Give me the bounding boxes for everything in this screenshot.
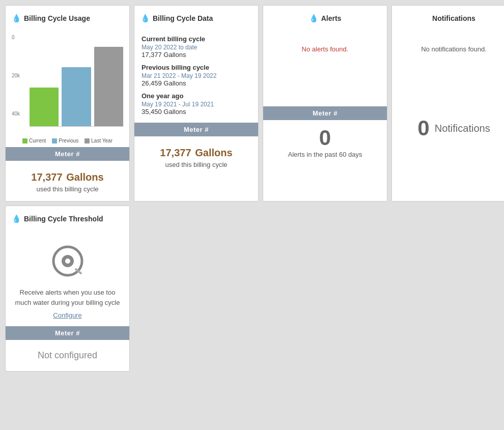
billing-threshold-card: 💧 Billing Cycle Threshold Receive alerts… [5,206,130,371]
notifications-card: Notifications No notifications found. 0 … [391,5,504,202]
legend-current: Current [22,138,46,144]
bar-lastyear [94,47,123,127]
section-current-label: Current billing cycle [142,35,251,43]
notif-content: No notifications found. [392,30,504,106]
billing-usage-meter-value: 17,377 Gallons used this billing cycle [6,161,129,201]
notif-big-number: 0 [417,118,429,139]
section-previous-date: Mar 21 2022 - May 19 2022 [142,72,251,79]
no-notif-text: No notifications found. [421,45,487,53]
legend-previous: Previous [52,138,78,144]
alerts-big-number: 0 [269,127,381,149]
notifications-header: Notifications [392,6,504,30]
threshold-description: Receive alerts when you use too much wat… [12,288,123,307]
billing-usage-sub-text: used this billing cycle [12,185,123,193]
chart-legend: Current Previous Last Year [12,138,123,145]
water-drop-icon: 💧 [12,14,21,23]
billing-data-content: Current billing cycle May 20 2022 to dat… [134,30,258,123]
notif-meter-value: 0 Notifications [392,106,504,150]
y-label-40k: 40k [12,111,20,117]
billing-cycle-data-header: 💧 Billing Cycle Data [134,6,258,30]
alerts-header: 💧 Alerts [263,6,387,30]
legend-lastyear: Last Year [85,138,113,144]
y-label-0: 0 [12,35,20,40]
chart-container: 40k 20k 0 [12,35,123,137]
billing-usage-meter-bar: Meter # [6,147,129,161]
water-drop-icon-2: 💧 [141,14,150,23]
alerts-meter-value: 0 Alerts in the past 60 days [263,120,387,166]
billing-cycle-usage-title: Billing Cycle Usage [24,14,90,22]
billing-cycle-data-title: Billing Cycle Data [153,14,213,22]
section-year-date: May 19 2021 - Jul 19 2021 [142,101,251,108]
x-axis-line [30,126,123,127]
alerts-card: 💧 Alerts No alerts found. Meter # 0 Aler… [263,5,387,202]
not-configured-text: Not configured [6,340,129,371]
billing-usage-big-number: 17,377 Gallons [12,168,123,184]
dashboard: 💧 Billing Cycle Usage 40k 20k 0 [5,5,499,371]
alerts-meter-bar: Meter # [263,106,387,120]
legend-dot-current [22,138,27,144]
y-label-20k: 20k [12,73,20,78]
billing-cycle-usage-header: 💧 Billing Cycle Usage [6,6,129,30]
alerts-sub-text: Alerts in the past 60 days [269,151,381,158]
legend-label-current: Current [29,138,46,144]
svg-point-2 [65,259,70,264]
legend-label-previous: Previous [59,138,78,144]
threshold-icon [47,241,88,281]
legend-label-lastyear: Last Year [91,138,113,144]
legend-dot-previous [52,138,57,144]
empty-row2 [134,206,504,371]
section-current-date: May 20 2022 to date [142,44,251,51]
configure-link[interactable]: Configure [53,311,81,319]
water-drop-icon-3: 💧 [309,14,319,23]
billing-cycle-data-card: 💧 Billing Cycle Data Current billing cyc… [134,5,259,202]
bar-group [30,35,123,127]
threshold-content: Receive alerts when you use too much wat… [6,231,129,326]
billing-data-big-number: 17,377 Gallons [141,144,252,160]
bar-previous [62,67,91,127]
section-previous-label: Previous billing cycle [142,64,251,71]
legend-dot-lastyear [85,138,90,144]
section-year-gallons: 35,450 Gallons [142,108,251,116]
billing-threshold-title: Billing Cycle Threshold [24,215,103,223]
notif-label: Notifications [435,123,490,134]
section-current-gallons: 17,377 Gallons [142,51,251,59]
billing-threshold-header: 💧 Billing Cycle Threshold [6,206,129,231]
y-axis: 40k 20k 0 [12,35,20,127]
billing-data-meter-value: 17,377 Gallons used this billing cycle [134,136,258,177]
alerts-content: No alerts found. [263,30,387,106]
billing-cycle-usage-card: 💧 Billing Cycle Usage 40k 20k 0 [5,5,130,202]
billing-data-sub-text: used this billing cycle [141,161,252,168]
billing-data-meter-bar: Meter # [134,123,258,136]
no-alerts-text: No alerts found. [302,45,349,53]
water-drop-icon-4: 💧 [12,214,21,223]
threshold-meter-bar: Meter # [6,326,129,340]
chart-area: 40k 20k 0 Current Previous [6,30,129,147]
section-year-label: One year ago [142,92,251,100]
section-previous-gallons: 26,459 Gallons [142,79,251,87]
bar-current [30,88,59,127]
notifications-title: Notifications [432,14,475,22]
alerts-title: Alerts [321,14,342,22]
